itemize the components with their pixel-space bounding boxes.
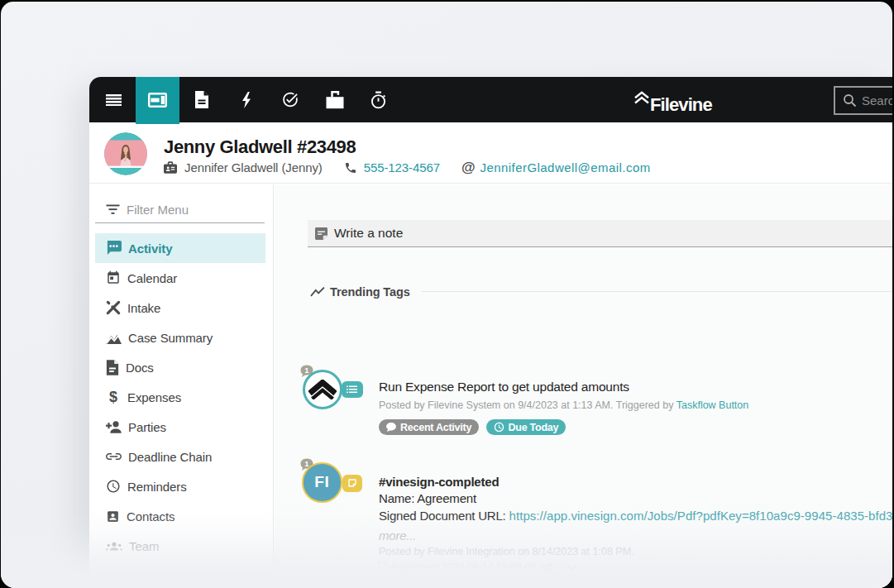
svg-text:1: 1: [304, 365, 309, 374]
